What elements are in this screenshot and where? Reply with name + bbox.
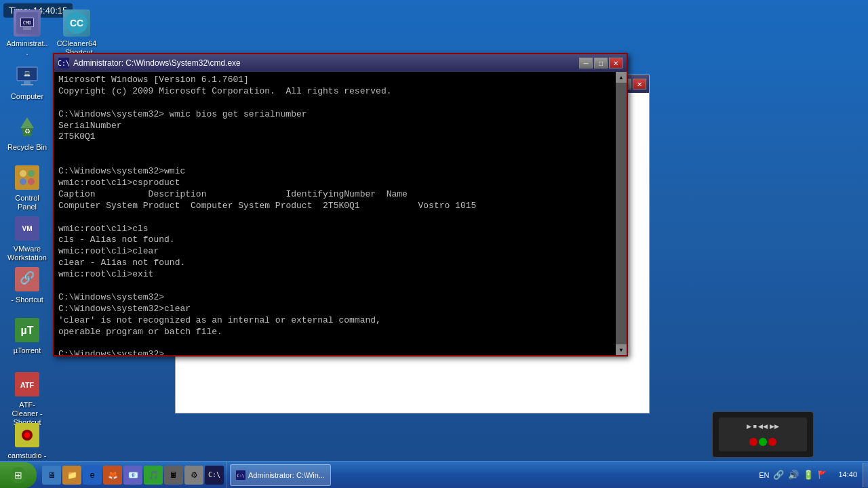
svg-text:⊞: ⊞: [14, 470, 22, 481]
svg-rect-13: [15, 165, 39, 190]
atf-icon: ATF: [14, 371, 41, 398]
cmd-title-text: Administrator: C:\Windows\System32\cmd.e…: [73, 58, 575, 68]
shortcut-icon: 🔗: [14, 266, 41, 293]
svg-point-16: [20, 178, 26, 185]
show-desktop-btn[interactable]: 🖥: [42, 466, 61, 485]
ie-btn[interactable]: e: [83, 466, 102, 485]
cmd-text: Microsoft Windows [Version 6.1.7601] Cop…: [58, 75, 612, 355]
desktop-icon-control[interactable]: Control Panel: [3, 161, 51, 214]
taskbar-items: C:\ Administrator: C:\Win...: [227, 462, 753, 488]
desktop: Time: 14:40:15 CMD Administrat... CC CCl…: [0, 0, 868, 488]
svg-point-14: [20, 170, 26, 177]
svg-text:💻: 💻: [24, 70, 31, 77]
svg-text:C:\: C:\: [58, 60, 69, 67]
firefox-btn[interactable]: 🦊: [103, 466, 122, 485]
desktop-icon-recycle[interactable]: ♻ Recycle Bin: [3, 110, 51, 155]
cmd-window-buttons: ─ □ ✕: [579, 58, 623, 68]
svg-text:C:\: C:\: [237, 473, 245, 478]
cmd-scroll-up-btn[interactable]: ▲: [616, 72, 627, 83]
admin-label: Administrat...: [6, 39, 48, 57]
vmware-icon: VM: [14, 215, 41, 242]
start-button[interactable]: ⊞: [0, 462, 37, 488]
svg-text:ATF: ATF: [20, 381, 35, 389]
taskbar-cmd-item[interactable]: C:\ Administrator: C:\Win...: [230, 464, 331, 486]
svg-text:µT: µT: [21, 325, 34, 336]
torrent-icon: µT: [14, 317, 41, 344]
svg-rect-10: [21, 84, 33, 85]
desktop-icon-shortcut[interactable]: 🔗 - Shortcut: [3, 263, 51, 307]
svg-text:VM: VM: [22, 225, 33, 232]
recycle-label: Recycle Bin: [7, 143, 47, 152]
cmd-content: Microsoft Windows [Version 6.1.7601] Cop…: [58, 75, 612, 355]
cmd-scrollbar[interactable]: ▲ ▼: [616, 72, 627, 355]
music-eq-1: [749, 438, 757, 446]
secondary-close-btn[interactable]: ✕: [633, 79, 646, 89]
cmd-minimize-btn[interactable]: ─: [579, 58, 593, 68]
cmd-titlebar: C:\ Administrator: C:\Windows\System32\c…: [54, 54, 627, 72]
camstudio-icon: [14, 422, 41, 449]
show-desktop-strip[interactable]: [863, 463, 868, 487]
cmd-body[interactable]: Microsoft Windows [Version 6.1.7601] Cop…: [54, 72, 627, 355]
taskbar-time: 14:40: [838, 470, 857, 479]
admin-icon: CMD: [14, 9, 41, 37]
computer-icon: 💻: [14, 62, 41, 89]
recycle-icon: ♻: [14, 113, 41, 140]
cmd-icon: C:\: [58, 58, 69, 68]
tray-battery: 🔋: [803, 470, 814, 480]
cmd-scroll-track: [616, 83, 627, 344]
cmd-scroll-down-btn[interactable]: ▼: [616, 344, 627, 355]
music-eq-2: [759, 438, 767, 446]
svg-point-17: [28, 178, 35, 185]
svg-text:CMD: CMD: [23, 20, 32, 26]
music-player-controls: [749, 438, 776, 446]
media-btn[interactable]: 🎵: [144, 466, 163, 485]
cmd-window: C:\ Administrator: C:\Windows\System32\c…: [53, 53, 628, 357]
music-eq-3: [768, 438, 776, 446]
torrent-label: µTorrent: [14, 346, 41, 355]
desktop-icon-computer[interactable]: 💻 Computer: [3, 60, 51, 104]
taskbar-cmd-label: Administrator: C:\Win...: [248, 471, 325, 479]
taskbar-clock[interactable]: 14:40: [833, 470, 863, 479]
ccleaner-icon: CC: [63, 9, 90, 37]
cmd-close-btn[interactable]: ✕: [609, 58, 623, 68]
svg-rect-2: [23, 27, 31, 30]
tray-notifications[interactable]: 🚩: [818, 470, 827, 479]
desktop-icon-admin[interactable]: CMD Administrat...: [3, 7, 51, 60]
mail-btn[interactable]: 📧: [123, 466, 142, 485]
svg-text:🔗: 🔗: [20, 270, 35, 285]
cmd-maximize-btn[interactable]: □: [594, 58, 608, 68]
control-label: Control Panel: [6, 194, 48, 211]
music-player: ▶ ■ ◀◀ ▶▶: [712, 411, 814, 458]
tray-network[interactable]: 🔗: [773, 470, 784, 480]
svg-text:♻: ♻: [24, 127, 31, 135]
taskbar: ⊞ 🖥 📁 e 🦊 📧 🎵 🖩 ⚙ C:\ C:\ Administrator:…: [0, 461, 868, 488]
explorer-btn[interactable]: 📁: [62, 466, 81, 485]
control-icon: [14, 164, 41, 191]
tray-volume[interactable]: 🔊: [788, 470, 799, 480]
system-tray: EN 🔗 🔊 🔋 🚩: [753, 470, 833, 480]
quick-launch: 🖥 📁 e 🦊 📧 🎵 🖩 ⚙ C:\: [39, 462, 227, 488]
shortcut-label: - Shortcut: [11, 296, 43, 304]
svg-point-15: [28, 170, 35, 177]
settings-btn[interactable]: ⚙: [184, 466, 203, 485]
desktop-icon-torrent[interactable]: µT µTorrent: [3, 314, 51, 358]
computer-label: Computer: [11, 92, 43, 101]
vmware-label: VMware Workstation: [6, 245, 48, 262]
svg-point-28: [24, 432, 30, 438]
svg-rect-9: [24, 81, 31, 84]
calc-btn[interactable]: 🖩: [164, 466, 183, 485]
cmd-launch-btn[interactable]: C:\: [205, 466, 224, 485]
svg-text:CC: CC: [70, 18, 83, 28]
desktop-icon-ccleaner[interactable]: CC CCleaner64 - Shortcut: [53, 7, 100, 60]
desktop-icon-vmware[interactable]: VM VMware Workstation: [3, 212, 51, 265]
music-player-label: ▶ ■ ◀◀ ▶▶: [747, 423, 779, 430]
tray-language: EN: [759, 471, 769, 479]
